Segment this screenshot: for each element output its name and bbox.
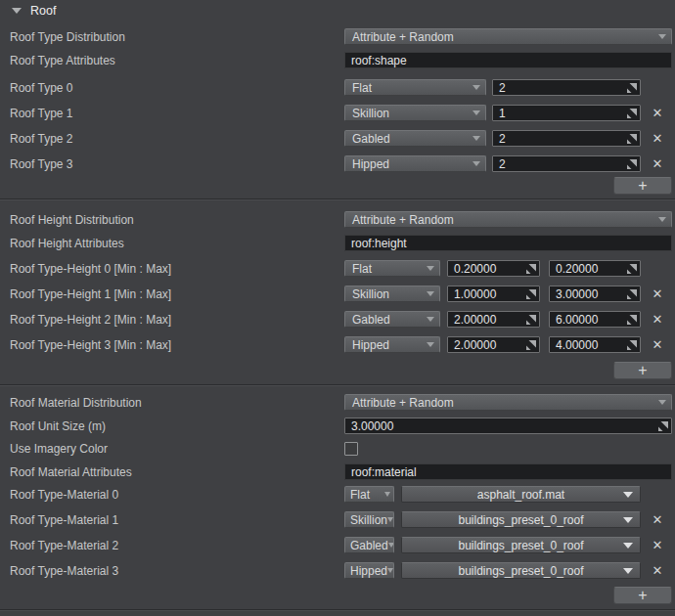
section-separator [0, 198, 675, 199]
value-ladder-icon[interactable] [627, 315, 637, 325]
roof-type-attributes-input[interactable]: roof:shape [344, 52, 672, 68]
height-min-field[interactable]: 2.00000 [447, 336, 540, 353]
roof-type-dropdown[interactable]: Gabled [344, 311, 440, 328]
param-label: Roof Height Distribution [0, 213, 344, 227]
param-label: Roof Type-Material 3 [0, 564, 344, 578]
dropdown-arrow-icon [427, 266, 434, 271]
roof-type-dropdown[interactable]: Skillion [344, 105, 486, 121]
value-ladder-icon[interactable] [526, 340, 536, 350]
roof-type-weight-field[interactable]: 1 [492, 105, 641, 121]
remove-row-button[interactable]: ✕ [649, 336, 666, 353]
remove-row-button[interactable]: ✕ [649, 155, 666, 172]
dropdown-arrow-icon [623, 492, 633, 498]
remove-row-button[interactable]: ✕ [649, 537, 666, 553]
height-max-field[interactable]: 3.00000 [549, 286, 641, 302]
remove-row-button[interactable]: ✕ [649, 286, 666, 302]
height-max-field[interactable]: 6.00000 [549, 311, 641, 328]
roof-material-1-row: Roof Type-Material 1 Skillion buildings_… [0, 511, 675, 528]
collapse-triangle-icon [12, 8, 22, 14]
dropdown-arrow-icon [658, 400, 666, 405]
section-title: Roof [30, 4, 56, 18]
roof-type-weight-field[interactable]: 2 [492, 79, 641, 96]
roof-material-distribution-dropdown[interactable]: Attribute + Random [344, 394, 672, 411]
param-label: Roof Type-Height 1 [Min : Max] [0, 287, 344, 301]
roof-type-dropdown[interactable]: Flat [344, 260, 440, 277]
param-label: Roof Type 0 [0, 81, 344, 95]
value-ladder-icon[interactable] [526, 289, 536, 299]
roof-type-dropdown[interactable]: Hipped [344, 562, 394, 579]
use-imagery-color-checkbox[interactable] [344, 442, 358, 456]
dropdown-arrow-icon [472, 85, 480, 90]
dropdown-arrow-icon [472, 110, 480, 115]
material-select[interactable]: asphalt_roof.mat [401, 486, 641, 503]
height-min-field[interactable]: 2.00000 [447, 311, 540, 328]
dropdown-arrow-icon [658, 34, 666, 39]
dropdown-arrow-icon [384, 492, 390, 497]
dropdown-arrow-icon [472, 161, 480, 166]
roof-unit-size-field[interactable]: 3.00000 [344, 418, 672, 434]
param-label: Roof Type-Height 2 [Min : Max] [0, 313, 344, 327]
value-ladder-icon[interactable] [627, 264, 637, 274]
roof-type-distribution-dropdown[interactable]: Attribute + Random [344, 28, 672, 45]
roof-type-0-row: Roof Type 0 Flat 2 [0, 79, 675, 96]
roof-height-distribution-dropdown[interactable]: Attribute + Random [344, 211, 672, 228]
value-ladder-icon[interactable] [627, 159, 637, 169]
material-select[interactable]: buildings_preset_0_roof [401, 511, 641, 528]
roof-material-2-row: Roof Type-Material 2 Gabled buildings_pr… [0, 537, 675, 553]
roof-type-weight-field[interactable]: 2 [492, 130, 641, 147]
value-ladder-icon[interactable] [627, 83, 637, 93]
dropdown-arrow-icon [472, 136, 480, 141]
roof-type-dropdown[interactable]: Gabled [344, 537, 394, 553]
add-roof-height-button[interactable]: + [613, 362, 672, 379]
remove-row-button[interactable]: ✕ [649, 511, 666, 528]
param-label: Roof Type-Material 0 [0, 488, 344, 502]
roof-type-dropdown[interactable]: Hipped [344, 155, 486, 172]
roof-type-dropdown[interactable]: Flat [344, 79, 486, 96]
height-min-field[interactable]: 1.00000 [447, 286, 540, 302]
dropdown-arrow-icon [623, 543, 633, 549]
param-label: Roof Height Attributes [0, 237, 344, 250]
remove-row-button[interactable]: ✕ [649, 130, 666, 147]
value-ladder-icon[interactable] [627, 340, 637, 350]
height-max-field[interactable]: 0.20000 [549, 260, 641, 277]
value-ladder-icon[interactable] [526, 315, 536, 325]
roof-type-dropdown[interactable]: Skillion [344, 511, 394, 528]
roof-height-attributes-row: Roof Height Attributes roof:height [0, 235, 675, 251]
roof-type-dropdown[interactable]: Skillion [344, 286, 440, 302]
roof-section-header[interactable]: Roof [0, 3, 675, 18]
roof-type-dropdown[interactable]: Hipped [344, 336, 440, 353]
roof-height-2-row: Roof Type-Height 2 [Min : Max] Gabled 2.… [0, 311, 675, 328]
height-min-field[interactable]: 0.20000 [447, 260, 540, 277]
value-ladder-icon[interactable] [627, 109, 637, 118]
add-roof-material-row: + [0, 587, 675, 604]
remove-row-button[interactable]: ✕ [649, 311, 666, 328]
use-imagery-color-row: Use Imagery Color [0, 441, 675, 456]
remove-row-button[interactable]: ✕ [649, 105, 666, 121]
add-roof-material-button[interactable]: + [613, 587, 672, 604]
add-roof-type-button[interactable]: + [613, 177, 672, 195]
material-select[interactable]: buildings_preset_0_roof [401, 537, 641, 553]
dropdown-arrow-icon [623, 568, 633, 574]
roof-material-attributes-input[interactable]: roof:material [344, 463, 672, 480]
height-max-field[interactable]: 4.00000 [549, 336, 641, 353]
roof-height-attributes-input[interactable]: roof:height [344, 235, 672, 251]
value-ladder-icon[interactable] [627, 289, 637, 299]
dropdown-arrow-icon [427, 317, 434, 322]
param-label: Roof Type-Height 0 [Min : Max] [0, 262, 344, 276]
roof-type-weight-field[interactable]: 2 [492, 155, 641, 172]
value-ladder-icon[interactable] [658, 421, 668, 431]
roof-type-dropdown[interactable]: Gabled [344, 130, 486, 147]
value-ladder-icon[interactable] [627, 134, 637, 144]
param-label: Roof Material Attributes [0, 465, 344, 479]
remove-row-button[interactable]: ✕ [649, 562, 666, 579]
material-select[interactable]: buildings_preset_0_roof [401, 562, 641, 579]
roof-type-1-row: Roof Type 1 Skillion 1 ✕ [0, 105, 675, 121]
param-label: Roof Type Distribution [0, 30, 344, 44]
dropdown-arrow-icon [623, 517, 633, 523]
section-separator [0, 384, 675, 385]
roof-material-distribution-row: Roof Material Distribution Attribute + R… [0, 394, 675, 411]
param-label: Roof Type-Material 2 [0, 539, 344, 552]
param-label: Roof Type-Height 3 [Min : Max] [0, 338, 344, 352]
value-ladder-icon[interactable] [526, 264, 536, 274]
roof-type-dropdown[interactable]: Flat [344, 486, 394, 503]
